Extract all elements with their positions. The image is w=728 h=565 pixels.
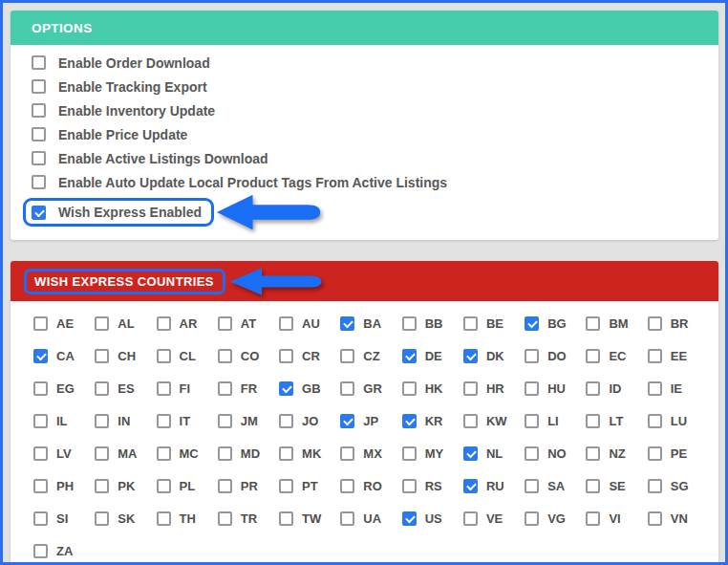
- option-checkbox[interactable]: [32, 79, 46, 94]
- country-checkbox[interactable]: [402, 316, 417, 331]
- option-checkbox[interactable]: [32, 127, 46, 141]
- country-checkbox[interactable]: [402, 414, 417, 428]
- country-checkbox[interactable]: [218, 446, 232, 461]
- country-checkbox[interactable]: [340, 511, 354, 526]
- country-checkbox[interactable]: [402, 381, 417, 396]
- country-checkbox[interactable]: [157, 414, 171, 428]
- country-checkbox[interactable]: [402, 511, 417, 526]
- country-checkbox[interactable]: [218, 479, 232, 493]
- country-checkbox[interactable]: [648, 446, 662, 461]
- country-checkbox[interactable]: [95, 381, 109, 396]
- country-checkbox[interactable]: [218, 511, 232, 526]
- country-checkbox[interactable]: [463, 381, 478, 396]
- country-checkbox[interactable]: [95, 316, 109, 331]
- country-checkbox[interactable]: [279, 381, 293, 396]
- country-cell: HR: [463, 372, 525, 404]
- country-checkbox[interactable]: [95, 479, 109, 493]
- country-checkbox[interactable]: [525, 316, 539, 331]
- country-checkbox[interactable]: [95, 446, 109, 461]
- country-label: VG: [547, 511, 566, 526]
- country-label: UA: [363, 511, 381, 526]
- country-label: PR: [241, 479, 258, 493]
- country-checkbox[interactable]: [586, 479, 600, 493]
- country-checkbox[interactable]: [340, 479, 354, 493]
- country-checkbox[interactable]: [33, 544, 48, 558]
- country-checkbox[interactable]: [33, 316, 48, 331]
- country-checkbox[interactable]: [218, 414, 232, 428]
- country-checkbox[interactable]: [157, 479, 171, 493]
- country-checkbox[interactable]: [402, 446, 417, 461]
- country-checkbox[interactable]: [340, 349, 354, 363]
- country-checkbox[interactable]: [586, 381, 600, 396]
- country-checkbox[interactable]: [218, 349, 232, 363]
- country-checkbox[interactable]: [33, 349, 48, 363]
- country-checkbox[interactable]: [279, 479, 293, 493]
- country-cell: MA: [95, 437, 156, 469]
- country-label: EE: [671, 349, 687, 363]
- country-checkbox[interactable]: [648, 511, 662, 526]
- country-checkbox[interactable]: [648, 381, 662, 396]
- country-checkbox[interactable]: [33, 414, 48, 428]
- country-checkbox[interactable]: [157, 316, 171, 331]
- country-checkbox[interactable]: [463, 349, 478, 363]
- country-checkbox[interactable]: [340, 316, 354, 331]
- country-checkbox[interactable]: [586, 511, 600, 526]
- country-label: CO: [241, 349, 260, 363]
- option-checkbox[interactable]: [32, 175, 46, 189]
- country-checkbox[interactable]: [586, 414, 600, 428]
- country-checkbox[interactable]: [279, 349, 293, 363]
- country-checkbox[interactable]: [95, 349, 109, 363]
- country-checkbox[interactable]: [586, 446, 600, 461]
- country-label: SE: [609, 479, 625, 493]
- country-cell: SE: [586, 469, 647, 502]
- country-checkbox[interactable]: [33, 381, 48, 396]
- country-label: VN: [671, 511, 688, 526]
- country-checkbox[interactable]: [340, 414, 354, 428]
- country-checkbox[interactable]: [525, 349, 539, 363]
- country-checkbox[interactable]: [279, 446, 293, 461]
- country-checkbox[interactable]: [279, 414, 293, 428]
- country-checkbox[interactable]: [648, 316, 662, 331]
- country-checkbox[interactable]: [33, 446, 48, 461]
- country-checkbox[interactable]: [525, 446, 539, 461]
- country-cell: TW: [279, 502, 340, 534]
- country-checkbox[interactable]: [525, 511, 539, 526]
- country-checkbox[interactable]: [95, 511, 109, 526]
- country-checkbox[interactable]: [463, 316, 478, 331]
- country-checkbox[interactable]: [586, 349, 600, 363]
- country-checkbox[interactable]: [525, 381, 539, 396]
- country-checkbox[interactable]: [157, 381, 171, 396]
- country-checkbox[interactable]: [463, 446, 478, 461]
- country-checkbox[interactable]: [463, 414, 478, 428]
- country-checkbox[interactable]: [463, 511, 478, 526]
- option-checkbox[interactable]: [32, 151, 46, 165]
- country-checkbox[interactable]: [340, 381, 354, 396]
- country-checkbox[interactable]: [279, 316, 293, 331]
- country-checkbox[interactable]: [218, 316, 232, 331]
- country-checkbox[interactable]: [157, 511, 171, 526]
- country-label: KR: [425, 414, 443, 428]
- country-checkbox[interactable]: [402, 479, 417, 493]
- option-row: Enable Auto Update Local Product Tags Fr…: [32, 170, 703, 194]
- country-checkbox[interactable]: [157, 446, 171, 461]
- country-checkbox[interactable]: [402, 349, 417, 363]
- option-checkbox[interactable]: [32, 103, 46, 118]
- country-checkbox[interactable]: [33, 511, 48, 526]
- country-checkbox[interactable]: [648, 414, 662, 428]
- country-checkbox[interactable]: [648, 479, 662, 493]
- option-checkbox[interactable]: [32, 206, 46, 220]
- country-checkbox[interactable]: [340, 446, 354, 461]
- country-label: RO: [363, 479, 382, 493]
- country-cell: IL: [33, 404, 95, 437]
- country-checkbox[interactable]: [218, 381, 232, 396]
- country-checkbox[interactable]: [525, 414, 539, 428]
- country-checkbox[interactable]: [586, 316, 600, 331]
- country-checkbox[interactable]: [463, 479, 478, 493]
- option-checkbox[interactable]: [32, 55, 46, 70]
- country-checkbox[interactable]: [525, 479, 539, 493]
- country-checkbox[interactable]: [648, 349, 662, 363]
- country-checkbox[interactable]: [279, 511, 293, 526]
- country-checkbox[interactable]: [33, 479, 48, 493]
- country-checkbox[interactable]: [157, 349, 171, 363]
- country-checkbox[interactable]: [95, 414, 109, 428]
